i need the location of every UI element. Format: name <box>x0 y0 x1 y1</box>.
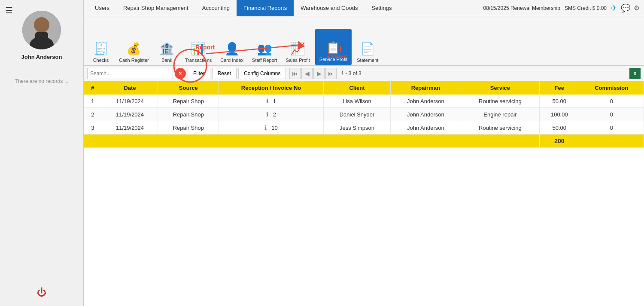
nav-tab-repair-shop-management[interactable]: Repair Shop Management <box>116 0 195 16</box>
toolbar: 🧾 Checks 💰 Cash Register 🏦 Bank 📊 Transa… <box>84 16 644 66</box>
cell-commission: 0 <box>579 95 644 108</box>
service-profit-icon: 📋 <box>326 41 341 55</box>
settings-icon[interactable]: ⚙ <box>634 4 640 12</box>
col-commission: Commission <box>579 81 644 95</box>
nav-tab-accounting[interactable]: Accounting <box>195 0 237 16</box>
table-row[interactable]: 2 11/19/2024 Repair Shop ℹ 2 Daniel Snyd… <box>84 108 644 121</box>
no-records-label: There are no records ... <box>15 77 68 86</box>
table-row[interactable]: 3 11/19/2024 Repair Shop ℹ 10 Jess Simps… <box>84 121 644 135</box>
cell-repairman: John Anderson <box>390 121 461 135</box>
first-page-button[interactable]: ⏮ <box>289 68 301 79</box>
toolbar-service-profit[interactable]: 📋 Service Profit <box>315 29 352 65</box>
staff-report-label: Staff Report <box>252 58 277 63</box>
cash-register-label: Cash Register <box>119 58 149 63</box>
filter-button[interactable]: Filter <box>188 68 210 79</box>
svg-rect-3 <box>35 32 48 43</box>
config-columns-button[interactable]: Config Columns <box>238 68 286 79</box>
cell-source: Repair Shop <box>158 108 219 121</box>
excel-export-button[interactable]: X <box>629 68 641 79</box>
checks-icon: 🧾 <box>94 42 109 56</box>
cell-client: Lisa Wilson <box>323 95 390 108</box>
nav-tab-warehouse-goods[interactable]: Warehouse and Goods <box>294 0 365 16</box>
next-page-button[interactable]: ▶ <box>313 68 325 79</box>
cell-date: 11/19/2024 <box>102 121 158 135</box>
nav-tab-financial-reports[interactable]: Financial Reports <box>237 0 294 16</box>
col-repairman: Repairman <box>390 81 461 95</box>
total-row: 200 <box>84 135 644 148</box>
bank-icon: 🏦 <box>159 42 174 56</box>
transactions-label: Transactions <box>185 58 212 63</box>
prev-page-button[interactable]: ◀ <box>301 68 313 79</box>
info-icon[interactable]: ℹ <box>264 124 267 131</box>
card-index-icon: 👤 <box>225 42 240 56</box>
cell-fee: 100.00 <box>540 108 579 121</box>
cell-date: 11/19/2024 <box>102 108 158 121</box>
cell-num: 2 <box>84 108 102 121</box>
cell-repairman: John Anderson <box>390 95 461 108</box>
sidebar: ☰ John Anderson There are no records ...… <box>0 0 84 306</box>
toolbar-cash-register[interactable]: 💰 Cash Register <box>115 29 152 65</box>
action-bar: × Filter Reset Config Columns ⏮ ◀ ▶ ⏭ 1 … <box>84 66 644 81</box>
service-profit-label: Service Profit <box>319 57 347 62</box>
data-table: # Date Source Reception / Invoice No Cli… <box>84 81 644 148</box>
power-button[interactable]: ⏻ <box>37 287 46 298</box>
cell-commission: 0 <box>579 121 644 135</box>
bank-label: Bank <box>161 58 172 63</box>
telegram-icon[interactable]: ✈ <box>611 3 617 13</box>
user-name-label: John Anderson <box>21 54 62 60</box>
top-nav: Users Repair Shop Management Accounting … <box>84 0 644 16</box>
col-number: # <box>84 81 102 95</box>
cell-fee: 50.00 <box>540 95 579 108</box>
table-row[interactable]: 1 11/19/2024 Repair Shop ℹ 1 Lisa Wilson… <box>84 95 644 108</box>
cell-service: Engine repair <box>461 108 539 121</box>
col-source: Source <box>158 81 219 95</box>
hamburger-menu[interactable]: ☰ <box>5 5 13 15</box>
cell-date: 11/19/2024 <box>102 95 158 108</box>
table-header-row: # Date Source Reception / Invoice No Cli… <box>84 81 644 95</box>
cell-commission: 0 <box>579 108 644 121</box>
total-commission-cell <box>579 135 644 148</box>
toolbar-checks[interactable]: 🧾 Checks <box>88 29 114 65</box>
col-service: Service <box>461 81 539 95</box>
search-input[interactable] <box>87 68 173 79</box>
last-page-button[interactable]: ⏭ <box>325 68 337 79</box>
sales-profit-icon: 📈 <box>290 42 305 56</box>
toolbar-sales-profit[interactable]: 📈 Sales Profit <box>283 29 313 65</box>
cell-fee: 50.00 <box>540 121 579 135</box>
checks-label: Checks <box>93 58 109 63</box>
info-icon[interactable]: ℹ <box>266 98 268 104</box>
avatar <box>22 11 61 49</box>
col-client: Client <box>323 81 390 95</box>
reset-button[interactable]: Reset <box>212 68 237 79</box>
social-icons: ✈ 💬 ⚙ <box>611 3 640 13</box>
col-invoice: Reception / Invoice No <box>219 81 324 95</box>
toolbar-statement[interactable]: 📄 Statement <box>353 29 382 65</box>
cell-service: Routine servicing <box>461 121 539 135</box>
info-icon[interactable]: ℹ <box>266 111 268 118</box>
sales-profit-label: Sales Profit <box>286 58 310 63</box>
table-area: # Date Source Reception / Invoice No Cli… <box>84 81 644 306</box>
cell-source: Repair Shop <box>158 95 219 108</box>
whatsapp-icon[interactable]: 💬 <box>621 3 630 13</box>
toolbar-card-index[interactable]: 👤 Card Index <box>217 29 247 65</box>
renewal-info: 08/15/2025 Renewal Membership <box>483 5 560 11</box>
col-fee: Fee <box>540 81 579 95</box>
cell-client: Daniel Snyder <box>323 108 390 121</box>
transactions-icon: 📊 <box>191 42 206 56</box>
toolbar-bank[interactable]: 🏦 Bank <box>154 29 180 65</box>
nav-tab-settings[interactable]: Settings <box>365 0 398 16</box>
cell-num: 1 <box>84 95 102 108</box>
red-circle-button[interactable]: × <box>175 68 186 79</box>
statement-icon: 📄 <box>360 42 375 56</box>
nav-tab-users[interactable]: Users <box>88 0 116 16</box>
total-fee-cell: 200 <box>540 135 579 148</box>
cell-invoice: ℹ 2 <box>219 108 324 121</box>
pagination-controls: ⏮ ◀ ▶ ⏭ <box>289 68 337 79</box>
nav-right-info: 08/15/2025 Renewal Membership SMS Credit… <box>483 3 640 13</box>
toolbar-transactions[interactable]: 📊 Transactions <box>182 29 216 65</box>
col-date: Date <box>102 81 158 95</box>
toolbar-staff-report[interactable]: 👥 Staff Report <box>249 29 281 65</box>
cell-invoice: ℹ 1 <box>219 95 324 108</box>
cash-register-icon: 💰 <box>126 42 141 56</box>
cell-num: 3 <box>84 121 102 135</box>
